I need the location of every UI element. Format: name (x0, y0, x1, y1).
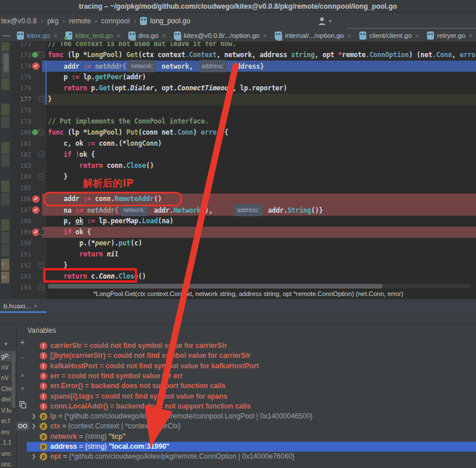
line-number[interactable]: 179 (10, 116, 32, 127)
watch-expression: carrierStr (50, 342, 82, 350)
line-number[interactable]: 192 (10, 260, 32, 271)
code-editor[interactable]: 064 172// The context is not used but le… (0, 42, 476, 299)
debug-session-tab-label: b.huaxi... (4, 302, 31, 309)
line-number[interactable]: 178 (10, 105, 32, 116)
fold-close-icon[interactable]: ^ (38, 174, 44, 180)
tab-close-icon[interactable]: × (117, 32, 120, 39)
go-file-icon (65, 31, 72, 40)
editor-tab[interactable]: kitex_test.go× (61, 29, 124, 41)
fold-close-icon[interactable]: ^ (38, 284, 44, 290)
watch-error-row[interactable]: !conn.LocalAddr() = backend does not sup… (27, 402, 476, 411)
code-line: 173−func (lp *LongPool) Get(ctx context.… (0, 50, 476, 61)
close-icon[interactable]: × (34, 302, 37, 309)
move-down-button[interactable]: ▼ (18, 383, 27, 393)
editor-tab[interactable]: kitex@v0.0.8/.../option.go× (170, 29, 271, 41)
frame-item-truncated[interactable]: er.f (0, 416, 16, 426)
line-number[interactable]: 176 (10, 83, 32, 94)
move-up-button[interactable]: ▲ (18, 370, 27, 379)
frame-item-truncated[interactable]: unc (0, 459, 16, 468)
tab-close-icon[interactable]: × (347, 32, 351, 39)
fold-close-icon[interactable]: ^ (38, 96, 44, 102)
watch-expression: kafkaHostPort (50, 362, 97, 370)
fold-open-icon[interactable]: − (38, 229, 44, 235)
line-number[interactable]: 183 (10, 160, 32, 171)
code-line: 181c, ok := conn.(*longConn) (0, 138, 476, 149)
editor-tab[interactable]: retryer.go× (423, 29, 476, 41)
horizontal-scrollbar-thumb[interactable] (48, 284, 383, 288)
frame-item-truncated[interactable]: .1.1 (0, 437, 16, 448)
variable-row[interactable]: ❯pctx = {context.Context | *context.time… (27, 421, 476, 431)
add-watch-button[interactable]: + (18, 337, 27, 347)
expand-chevron-icon[interactable]: ❯ (32, 452, 36, 462)
frame-item-truncated[interactable]: erv (0, 427, 16, 437)
fold-open-icon[interactable]: − (38, 129, 44, 135)
line-number[interactable]: 194 (10, 282, 32, 293)
breadcrumb-item[interactable]: connpool (102, 17, 130, 25)
line-number[interactable]: 186 (10, 193, 32, 205)
line-number[interactable]: 180 (10, 127, 32, 138)
hidden-tabs-button[interactable]: — (0, 29, 13, 41)
breadcrumb-item[interactable]: remote (69, 17, 90, 25)
breadcrumb-item[interactable]: long_pool.go (150, 17, 190, 25)
frames-chevron-down-icon[interactable]: ▾ (5, 341, 8, 347)
tab-close-icon[interactable]: × (415, 32, 419, 39)
tab-close-icon[interactable]: × (54, 32, 57, 39)
breakpoint-icon[interactable]: ✔ (32, 195, 41, 203)
line-number[interactable]: 174 (10, 61, 32, 72)
fold-open-icon[interactable]: − (38, 52, 44, 58)
line-number[interactable]: 184 (10, 171, 32, 182)
breadcrumb-item[interactable]: tex@v0.0.8 (1, 17, 37, 25)
watch-error-row[interactable]: !carrierStr = could not find symbol valu… (27, 341, 476, 351)
user-menu-button[interactable]: ▾ (317, 14, 331, 28)
editor-tab[interactable]: kitex.go× (13, 29, 61, 41)
expand-chevron-icon[interactable]: ❯ (32, 421, 36, 431)
tab-close-icon[interactable]: × (469, 32, 473, 39)
variable-row[interactable]: pnetwork = {string} "tcp" (27, 432, 476, 442)
breakpoint-icon[interactable]: ✔ (32, 206, 41, 214)
line-number[interactable]: 187 (10, 205, 32, 216)
line-number[interactable]: 181 (10, 138, 32, 149)
watch-error-row[interactable]: ![]byte(carrierStr) = could not find sym… (27, 351, 476, 361)
line-number[interactable]: 191 (10, 249, 32, 260)
line-number[interactable]: 173 (10, 50, 32, 61)
tab-close-icon[interactable]: × (263, 32, 267, 39)
editor-tab[interactable]: dns.go× (124, 29, 170, 41)
variable-row-selected[interactable]: paddress = {string} "local.com:31990" (27, 442, 476, 452)
code-text: return conn.Close() (48, 160, 154, 171)
breakpoint-icon[interactable]: ✔ (32, 62, 41, 71)
code-token: (lp * (68, 128, 88, 136)
line-number[interactable]: 190 (10, 238, 32, 249)
signature-hint: *LongPool.Get(ctx context.Context, netwo… (93, 289, 403, 299)
expand-chevron-icon[interactable]: ❯ (32, 411, 36, 421)
fold-open-icon[interactable]: − (38, 152, 44, 157)
code-token: , opt (314, 51, 338, 59)
line-number[interactable]: 189 (10, 227, 32, 238)
frames-scrollbar-thumb[interactable] (12, 353, 15, 408)
watch-error-row[interactable]: !err = could not find symbol value for e… (27, 371, 476, 381)
variable-row[interactable]: ❯plp = {*github.com/cloudwego/kitex/pkg/… (27, 411, 476, 421)
line-number[interactable]: 185 (10, 182, 32, 193)
line-number[interactable]: 172 (10, 42, 32, 50)
remove-watch-button[interactable]: − (18, 353, 27, 363)
editor-tab[interactable]: client/client.go× (355, 29, 423, 41)
watch-error-row[interactable]: !kafkaHostPort = could not find symbol v… (27, 361, 476, 371)
code-token: lp. (79, 73, 95, 81)
tab-close-icon[interactable]: × (162, 32, 166, 39)
watch-error-row[interactable]: !spans[i].tags = could not find symbol v… (27, 392, 476, 402)
watch-error-text: err = could not find symbol value for er… (50, 371, 183, 381)
code-token: c, ok (64, 139, 87, 147)
line-number[interactable]: 182 (10, 149, 32, 160)
breadcrumb-item[interactable]: pkg (47, 17, 58, 25)
line-number[interactable]: 188 (10, 216, 32, 227)
line-number[interactable]: 177 (10, 94, 32, 105)
code-token: , lp.reporter) (232, 84, 287, 92)
frame-item-truncated[interactable]: unc (0, 448, 16, 459)
editor-tab[interactable]: internal/.../option.go× (271, 29, 355, 41)
fold-close-icon[interactable]: ^ (38, 262, 44, 268)
line-number[interactable]: 175 (10, 72, 32, 83)
watch-error-row[interactable]: !err.Error() = backend does not support … (27, 381, 476, 391)
variable-row[interactable]: ❯popt = {*github.com/cloudwego/kitex/pkg… (27, 452, 476, 462)
code-token: ) (158, 139, 162, 147)
duplicate-watch-button[interactable] (18, 400, 27, 410)
line-number[interactable]: 193 (10, 271, 32, 282)
